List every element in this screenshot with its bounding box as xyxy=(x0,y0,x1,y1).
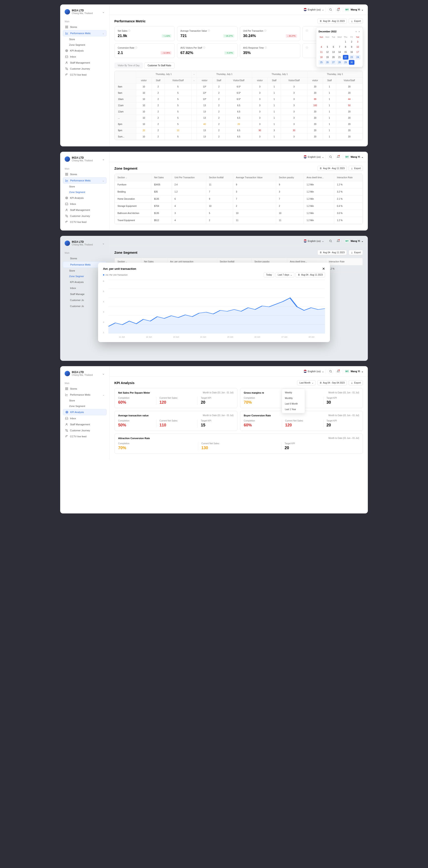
table-row[interactable]: Storage Equipment$704410221.2 Min0.4 % xyxy=(115,203,363,210)
close-button[interactable]: ✕ xyxy=(322,267,325,271)
nav-item-store[interactable]: Store xyxy=(63,398,106,403)
nav-item-performance-metic[interactable]: Performance Metic⌄ xyxy=(63,177,106,184)
datepicker-day[interactable]: 30 xyxy=(349,60,355,65)
search-button[interactable] xyxy=(328,7,333,12)
datepicker-day[interactable]: 2 xyxy=(349,39,355,44)
nav-item-inbox[interactable]: Inbox xyxy=(63,54,106,60)
nav-item-cctv-live-feed[interactable]: CCTV live feed xyxy=(63,434,106,439)
datepicker-day[interactable]: 16 xyxy=(349,50,355,55)
date-range-button[interactable]: 🗓Aug 04 - Aug 11 2023 xyxy=(318,166,347,171)
datepicker-day[interactable]: 27 xyxy=(331,60,336,65)
user-menu[interactable]: WYWang Yi⌄ xyxy=(345,155,363,159)
date-range-button[interactable]: 🗓Aug 04 - Sep 04 2023 xyxy=(318,380,347,385)
export-button[interactable]: ⭳Export xyxy=(349,380,363,385)
search-button[interactable] xyxy=(328,238,333,244)
datepicker-day[interactable]: 28 xyxy=(337,60,342,65)
datepicker-day[interactable]: 22 xyxy=(343,55,349,60)
datepicker-day[interactable]: 26 xyxy=(325,60,330,65)
nav-item-performance-metic[interactable]: Performance Metic⌄ xyxy=(63,392,106,398)
nav-item-kpi-analysis[interactable]: KPI Analysis xyxy=(63,409,106,415)
nav-item-store[interactable]: Store xyxy=(63,37,106,42)
table-row[interactable]: Travel Equipment$5124211111.2 Min1.2 % xyxy=(115,217,363,224)
modal-filter-1[interactable]: Last 7 days ⌄ xyxy=(275,272,294,277)
nav-item-staff-management[interactable]: Staff Management xyxy=(63,207,106,213)
datepicker-day[interactable]: 6 xyxy=(331,44,336,49)
dropdown-item[interactable]: Last 1 Year xyxy=(283,407,304,412)
notifications-button[interactable] xyxy=(335,238,341,244)
notifications-button[interactable] xyxy=(335,7,341,12)
nav-item-store[interactable]: Store xyxy=(63,184,106,189)
export-button[interactable]: ⭳Export xyxy=(349,166,363,171)
datepicker-day[interactable]: 14 xyxy=(337,50,342,55)
modal-filter-0[interactable]: Today xyxy=(264,272,274,277)
table-row[interactable]: Home Decoration$13569771.2 Min2.1 % xyxy=(115,195,363,203)
language-switcher[interactable]: English (us)⌄ xyxy=(304,8,324,11)
datepicker-day[interactable]: 21 xyxy=(337,55,342,60)
date-range-button[interactable]: 🗓Aug 04 - Aug 11 2023 xyxy=(318,250,347,255)
brand-switcher[interactable]: IKEA LTDChiang Mai, Thailand ⌄ xyxy=(63,240,106,250)
notifications-button[interactable] xyxy=(335,368,341,374)
datepicker-day[interactable]: 20 xyxy=(331,55,336,60)
datepicker-day[interactable]: 18 xyxy=(319,55,324,60)
user-menu[interactable]: WYWang Yi⌄ xyxy=(345,239,363,243)
nav-item-kpi-analysis[interactable]: KPI Analysis xyxy=(63,195,106,201)
datepicker-day[interactable]: 3 xyxy=(355,39,360,44)
datepicker-day[interactable]: 7 xyxy=(337,44,342,49)
datepicker-day[interactable]: 19 xyxy=(325,55,330,60)
dropdown-item[interactable]: Last 6 Month xyxy=(283,401,304,407)
nav-item-staff-management[interactable]: Staff Management xyxy=(63,422,106,427)
table-row[interactable]: Bedding$351.27331.2 Min3.2 % xyxy=(115,188,363,195)
nav-item-zone-segment[interactable]: Zone Segment xyxy=(63,42,106,48)
nav-item-stores[interactable]: Stores xyxy=(63,172,106,177)
datepicker-day[interactable]: 4 xyxy=(319,44,324,49)
nav-item-cctv-live-feed[interactable]: CCTV live feed xyxy=(63,72,106,78)
user-menu[interactable]: WYWang Yi⌄ xyxy=(345,8,363,11)
date-picker-popover[interactable]: December 2022 ‹› SunMonTueWedThuFriSat12… xyxy=(316,27,363,67)
table-row[interactable]: Furniture$34352.411991.2 Min1.2 % xyxy=(115,181,363,188)
brand-switcher[interactable]: IKEA LTDChiang Mai, Thailand ⌄ xyxy=(63,155,106,166)
tab-visitor-by-time-of-day[interactable]: Visitor By Time of Day xyxy=(114,62,143,68)
dropdown-item[interactable]: Weekly xyxy=(283,390,304,395)
export-button[interactable]: ⭳Export xyxy=(349,19,363,24)
language-switcher[interactable]: English (us)⌄ xyxy=(304,370,324,373)
export-button[interactable]: ⭳Export xyxy=(349,250,363,255)
datepicker-day[interactable]: 12 xyxy=(325,50,330,55)
nav-item-customer-journey[interactable]: Customer Journey xyxy=(63,428,106,433)
language-switcher[interactable]: English (us)⌄ xyxy=(304,240,324,243)
next-month-button[interactable]: › xyxy=(358,30,360,33)
search-button[interactable] xyxy=(328,154,333,160)
nav-item-zone-segment[interactable]: Zone Segment xyxy=(63,189,106,195)
search-button[interactable] xyxy=(328,368,333,374)
language-switcher[interactable]: English (us)⌄ xyxy=(304,155,324,158)
brand-switcher[interactable]: IKEA LTD Chiang Mai, Thailand ⌄ xyxy=(63,8,106,19)
table-row[interactable]: Bathroom And kitchen$1353510101.2 Min3.0… xyxy=(115,210,363,217)
nav-item-performance-metic[interactable]: Performance Metic⌄ xyxy=(63,30,106,36)
nav-item-cctv-live-feed[interactable]: CCTV live feed xyxy=(63,219,106,225)
nav-item-customer-journey[interactable]: Customer Journey xyxy=(63,213,106,219)
datepicker-day[interactable]: 29 xyxy=(343,60,349,65)
datepicker-day[interactable]: 9 xyxy=(349,44,355,49)
nav-item-stores[interactable]: Stores xyxy=(63,24,106,30)
datepicker-day[interactable]: 24 xyxy=(355,55,360,60)
nav-item-inbox[interactable]: Inbox xyxy=(63,201,106,207)
nav-item-customer-journey[interactable]: Customer Journey xyxy=(63,66,106,72)
datepicker-day[interactable]: 13 xyxy=(331,50,336,55)
prev-month-button[interactable]: ‹ xyxy=(355,30,358,33)
tab-customer-to-staff-ratio[interactable]: Customer To Staff Ratio xyxy=(144,62,174,68)
datepicker-day[interactable]: 23 xyxy=(349,55,355,60)
nav-item-staff-management[interactable]: Staff Management xyxy=(63,60,106,66)
period-select[interactable]: Last Month⌄ xyxy=(297,380,316,385)
modal-filter-2[interactable]: 🗓Aug 04 - Aug 11 2023 xyxy=(296,272,325,277)
datepicker-day[interactable]: 11 xyxy=(319,50,324,55)
nav-item-inbox[interactable]: Inbox xyxy=(63,415,106,421)
nav-item-stores[interactable]: Stores xyxy=(63,386,106,392)
datepicker-day[interactable]: 17 xyxy=(355,50,360,55)
nav-item-zone-segment[interactable]: Zone Segment xyxy=(63,403,106,409)
datepicker-day[interactable]: 10 xyxy=(355,44,360,49)
nav-item-kpi-analysis[interactable]: KPI Analysis xyxy=(63,48,106,54)
brand-switcher[interactable]: IKEA LTDChiang Mai, Thailand ⌄ xyxy=(63,370,106,380)
dropdown-item[interactable]: Monthly xyxy=(283,395,304,401)
datepicker-day[interactable]: 8 xyxy=(343,44,349,49)
datepicker-day[interactable]: 15 xyxy=(343,50,349,55)
nav-item-stores[interactable]: Stores xyxy=(63,255,106,261)
